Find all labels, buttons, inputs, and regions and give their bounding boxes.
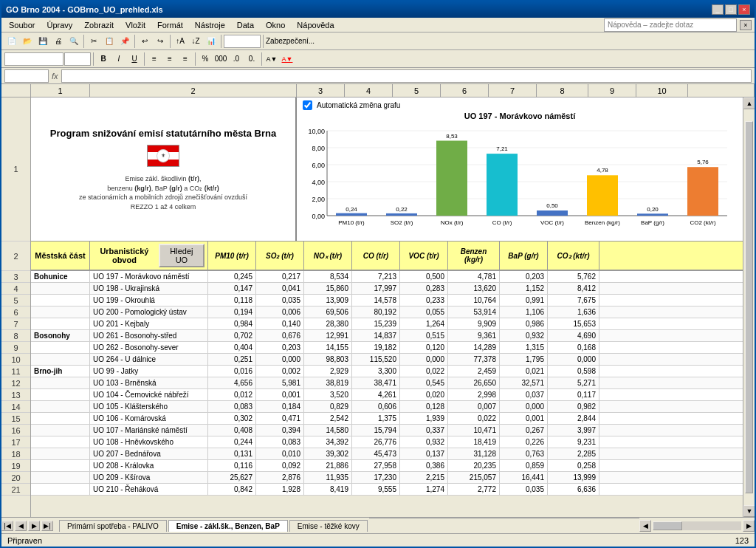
cell-city[interactable] — [31, 283, 90, 294]
cell-bap[interactable]: 1,106 — [500, 306, 548, 318]
align-right-button[interactable]: ≡ — [178, 52, 193, 66]
menu-soubor[interactable]: Soubor — [4, 20, 39, 30]
cell-co2[interactable]: 8,412 — [548, 283, 599, 294]
table-row[interactable]: Bohunice UO 197 - Morávkovo náměstí 0,24… — [31, 271, 743, 283]
cell-benzen[interactable]: 4,781 — [448, 271, 500, 282]
italic-button[interactable]: I — [111, 52, 126, 66]
cell-benzen[interactable]: 2,772 — [448, 484, 500, 495]
cell-so2[interactable]: 0,083 — [256, 436, 304, 448]
decrease-decimal-button[interactable]: 0. — [244, 52, 259, 66]
cell-co2[interactable]: 13,999 — [548, 472, 599, 483]
cell-voc[interactable]: 0,386 — [400, 460, 448, 471]
cell-voc[interactable]: 0,128 — [400, 401, 448, 412]
first-sheet-button[interactable]: |◀ — [1, 521, 13, 531]
cell-bap[interactable]: 1,152 — [500, 283, 548, 294]
cell-co[interactable]: 19,182 — [352, 342, 400, 353]
cell-so2[interactable]: 0,394 — [256, 425, 304, 436]
cell-uo[interactable]: UO 197 - Morávkovo náměstí — [90, 271, 208, 282]
cell-co[interactable]: 15,239 — [352, 318, 400, 329]
cell-co[interactable]: 0,606 — [352, 401, 400, 412]
auto-change-chart-checkbox[interactable] — [303, 100, 312, 110]
cell-city[interactable] — [31, 295, 90, 306]
col-header-10[interactable]: 10 — [636, 84, 688, 97]
cell-co2[interactable]: 2,285 — [548, 448, 599, 459]
tab-emise[interactable]: Emise - zákl.šk., Benzen, BaP — [168, 520, 288, 532]
cell-city[interactable] — [31, 436, 90, 448]
help-close-icon[interactable]: × — [740, 20, 752, 30]
cell-pm10[interactable]: 0,016 — [208, 366, 256, 377]
cell-city[interactable] — [31, 401, 90, 412]
row-num-19[interactable]: 19 — [1, 460, 30, 472]
cell-benzen[interactable]: 13,620 — [448, 283, 500, 294]
cell-bap[interactable]: 0,035 — [500, 484, 548, 495]
cell-benzen[interactable]: 26,650 — [448, 377, 500, 388]
cell-so2[interactable]: 0,140 — [256, 318, 304, 329]
cell-city[interactable] — [31, 377, 90, 388]
zoom-input[interactable]: 100% — [224, 35, 261, 48]
col-header-5[interactable]: 5 — [393, 84, 441, 97]
thousands-button[interactable]: 000 — [213, 52, 228, 66]
table-row[interactable]: UO 104 - Černovické nábřeží 0,012 0,001 … — [31, 389, 743, 401]
cell-uo[interactable]: UO 207 - Bednářova — [90, 448, 208, 459]
align-center-button[interactable]: ≡ — [162, 52, 177, 66]
close-button[interactable]: × — [738, 4, 750, 15]
cell-uo[interactable]: UO 262 - Bosonohy-sever — [90, 342, 208, 353]
cell-co2[interactable]: 5,762 — [548, 271, 599, 282]
row-num-18[interactable]: 18 — [1, 448, 30, 460]
col-header-2[interactable]: 2 — [90, 84, 297, 97]
cell-voc[interactable]: 0,137 — [400, 448, 448, 459]
cell-nox[interactable]: 34,392 — [304, 436, 352, 448]
cell-bap[interactable]: 1,795 — [500, 354, 548, 365]
menu-napoveda[interactable]: Nápověda — [292, 20, 338, 30]
tab-primary[interactable]: Primární spotřeba - PALIVO — [59, 520, 167, 532]
print-button[interactable]: 🖨 — [51, 34, 66, 49]
cell-so2[interactable]: 5,981 — [256, 377, 304, 388]
cell-nox[interactable]: 12,991 — [304, 330, 352, 341]
cell-voc[interactable]: 0,545 — [400, 377, 448, 388]
cell-so2[interactable]: 0,217 — [256, 271, 304, 282]
cell-voc[interactable]: 0,500 — [400, 271, 448, 282]
row-num-10[interactable]: 10 — [1, 354, 30, 366]
cell-benzen[interactable]: 10,471 — [448, 425, 500, 436]
next-sheet-button[interactable]: ▶ — [28, 521, 40, 531]
cell-co2[interactable]: 5,271 — [548, 377, 599, 388]
table-row[interactable]: UO 198 - Ukrajinská 0,147 0,041 15,860 1… — [31, 283, 743, 295]
cell-benzen[interactable]: 31,128 — [448, 448, 500, 459]
cell-pm10[interactable]: 0,147 — [208, 283, 256, 294]
cell-city[interactable] — [31, 354, 90, 365]
row-num-21[interactable]: 21 — [1, 484, 30, 496]
cell-city[interactable] — [31, 318, 90, 329]
cell-co2[interactable]: 6,636 — [548, 484, 599, 495]
cell-nox[interactable]: 0,829 — [304, 401, 352, 412]
col-header-8[interactable]: 8 — [537, 84, 588, 97]
cell-co2[interactable]: 0,000 — [548, 354, 599, 365]
table-row[interactable]: UO 108 - Hněvkovského 0,244 0,083 34,392… — [31, 436, 743, 448]
cell-bap[interactable]: 1,315 — [500, 342, 548, 353]
table-row[interactable]: UO 107 - Mariánské náměstí 0,408 0,394 1… — [31, 425, 743, 436]
cell-pm10[interactable]: 0,302 — [208, 413, 256, 424]
preview-button[interactable]: 🔍 — [66, 34, 81, 49]
cell-voc[interactable]: 0,000 — [400, 354, 448, 365]
cell-bap[interactable]: 0,037 — [500, 389, 548, 400]
cell-so2[interactable]: 0,001 — [256, 389, 304, 400]
cell-nox[interactable]: 69,506 — [304, 306, 352, 318]
cell-co2[interactable]: 15,653 — [548, 318, 599, 329]
hledej-uo-button[interactable]: Hledej UO — [159, 244, 205, 267]
cell-co[interactable]: 115,520 — [352, 354, 400, 365]
cell-bap[interactable]: 0,267 — [500, 425, 548, 436]
cell-city[interactable]: Brno-jih — [31, 366, 90, 377]
save-button[interactable]: 💾 — [35, 34, 50, 49]
cell-co[interactable]: 17,230 — [352, 472, 400, 483]
cell-co[interactable]: 14,578 — [352, 295, 400, 306]
cell-city[interactable]: Bohunice — [31, 271, 90, 282]
cell-voc[interactable]: 1,274 — [400, 484, 448, 495]
cell-nox[interactable]: 14,155 — [304, 342, 352, 353]
cell-pm10[interactable]: 0,244 — [208, 436, 256, 448]
cell-benzen[interactable]: 18,419 — [448, 436, 500, 448]
font-color-button[interactable]: A▼ — [280, 52, 295, 66]
cell-co[interactable]: 15,794 — [352, 425, 400, 436]
cell-co[interactable]: 27,958 — [352, 460, 400, 471]
cell-uo[interactable]: UO 210 - Řeháková — [90, 484, 208, 495]
chart-icon[interactable]: 📊 — [204, 34, 219, 49]
row-num-4[interactable]: 4 — [1, 283, 30, 295]
